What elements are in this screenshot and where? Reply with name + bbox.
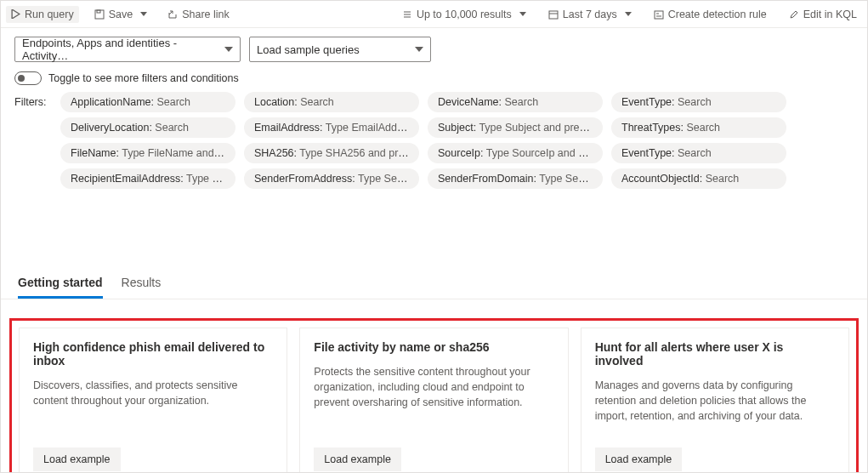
examples-region: High confidence phish email delivered to… — [9, 318, 859, 473]
filter-key: EmailAddress: — [254, 122, 326, 134]
filter-key: EventType: — [621, 147, 678, 159]
example-card-desc: Protects the sensitive content throughou… — [314, 364, 553, 410]
filter-pill[interactable]: SHA256: Type SHA256 and pres… — [244, 143, 419, 163]
filters-label: Filters: — [14, 96, 52, 108]
filter-value: Search — [155, 122, 189, 134]
query-scope-row: Endpoints, Apps and identities - Activit… — [1, 28, 867, 69]
share-link-button[interactable]: Share link — [162, 6, 235, 23]
filter-pill[interactable]: ThreatTypes: Search — [611, 117, 786, 138]
filter-key: ThreatTypes: — [621, 122, 686, 134]
list-icon — [402, 9, 412, 20]
filter-value: Search — [706, 173, 740, 185]
save-label: Save — [109, 9, 133, 20]
svg-rect-3 — [655, 11, 663, 19]
edit-kql-label: Edit in KQL — [803, 9, 857, 20]
svg-rect-2 — [549, 11, 558, 19]
save-button[interactable]: Save — [89, 6, 153, 23]
filter-key: EventType: — [621, 96, 678, 108]
filter-pill[interactable]: EmailAddress: Type EmailAddres… — [244, 117, 419, 138]
filter-pill[interactable]: AccountObjectId: Search — [611, 168, 786, 189]
filter-key: AccountObjectId: — [621, 173, 706, 185]
filter-pill[interactable]: SenderFromDomain: Type Sende… — [428, 168, 603, 189]
example-card-title: Hunt for all alerts where user X is invo… — [595, 340, 835, 368]
filter-value: Search — [505, 96, 539, 108]
load-example-button[interactable]: Load example — [33, 447, 121, 471]
time-range-button[interactable]: Last 7 days — [543, 6, 637, 23]
filter-pill[interactable]: ApplicationName: Search — [60, 92, 235, 112]
filter-value: Type Sende… — [539, 173, 603, 185]
filter-pill[interactable]: Subject: Type Subject and press … — [428, 117, 603, 138]
chevron-down-icon — [224, 47, 233, 52]
create-rule-label: Create detection rule — [668, 9, 767, 20]
results-limit-label: Up to 10,000 results — [417, 9, 512, 20]
filter-pill[interactable]: DeliveryLocation: Search — [60, 117, 235, 138]
filter-key: SHA256: — [254, 147, 299, 159]
load-example-button[interactable]: Load example — [595, 447, 683, 471]
filter-key: RecipientEmailAddress: — [71, 173, 186, 185]
filter-value: Type SourceIp and pre… — [486, 147, 603, 159]
play-icon — [11, 9, 20, 19]
filter-value: Type Rec… — [186, 173, 235, 185]
filter-key: DeliveryLocation: — [71, 122, 155, 134]
filter-value: Search — [156, 96, 190, 108]
filter-key: SenderFromAddress: — [254, 173, 358, 185]
filters-toggle-row: Toggle to see more filters and condition… — [1, 69, 867, 90]
create-detection-rule-button[interactable]: Create detection rule — [649, 6, 772, 23]
filter-pill[interactable]: DeviceName: Search — [428, 92, 603, 112]
run-query-label: Run query — [25, 9, 74, 20]
top-toolbar: Run query Save Share link Up to 10,000 r… — [1, 1, 867, 28]
filters-area: Filters:ApplicationName: SearchLocation:… — [1, 90, 867, 189]
example-card-desc: Discovers, classifies, and protects sens… — [33, 378, 273, 408]
filter-key: ApplicationName: — [71, 96, 156, 108]
scope-dropdown[interactable]: Endpoints, Apps and identities - Activit… — [14, 37, 241, 62]
filter-pill[interactable]: FileName: Type FileName and pr… — [60, 143, 235, 163]
filter-value: Type FileName and pr… — [122, 147, 235, 159]
time-range-label: Last 7 days — [563, 9, 617, 20]
filter-pill[interactable]: Location: Search — [244, 92, 419, 112]
save-icon — [94, 9, 105, 20]
edit-in-kql-button[interactable]: Edit in KQL — [784, 6, 862, 23]
share-link-label: Share link — [182, 9, 230, 20]
filter-key: DeviceName: — [438, 96, 505, 108]
filter-pill[interactable]: EventType: Search — [611, 92, 786, 112]
filter-value: Type Send… — [358, 173, 419, 185]
filter-value: Type SHA256 and pres… — [299, 147, 419, 159]
pencil-icon — [789, 9, 799, 20]
filter-value: Type Subject and press … — [479, 122, 603, 134]
filter-value: Search — [678, 147, 712, 159]
svg-rect-1 — [97, 10, 100, 13]
example-card-title: High confidence phish email delivered to… — [33, 340, 273, 368]
tab-getting-started[interactable]: Getting started — [18, 271, 103, 299]
result-tabs: Getting started Results — [1, 271, 867, 299]
filter-pill[interactable]: SenderFromAddress: Type Send… — [244, 168, 419, 189]
example-card-title: File activity by name or sha256 — [314, 340, 553, 354]
sample-queries-dropdown[interactable]: Load sample queries — [249, 37, 431, 62]
filter-pill[interactable]: EventType: Search — [611, 143, 786, 163]
filters-toggle-label: Toggle to see more filters and condition… — [48, 72, 239, 84]
example-card: High confidence phish email delivered to… — [19, 328, 287, 473]
load-example-button[interactable]: Load example — [314, 447, 401, 471]
filter-key: SourceIp: — [438, 147, 486, 159]
share-icon — [167, 9, 178, 20]
filter-key: FileName: — [71, 147, 122, 159]
filter-value: Search — [686, 122, 720, 134]
example-card: Hunt for all alerts where user X is invo… — [581, 328, 849, 473]
chevron-down-icon — [415, 47, 423, 52]
filter-key: Subject: — [438, 122, 479, 134]
results-limit-button[interactable]: Up to 10,000 results — [397, 6, 531, 23]
filters-toggle[interactable] — [14, 71, 42, 85]
filter-key: Location: — [254, 96, 300, 108]
filter-pill[interactable]: RecipientEmailAddress: Type Rec… — [60, 168, 235, 189]
example-card-desc: Manages and governs data by configuring … — [595, 378, 835, 424]
filter-pill[interactable]: SourceIp: Type SourceIp and pre… — [428, 143, 603, 163]
example-card: File activity by name or sha256Protects … — [299, 328, 568, 473]
sample-queries-label: Load sample queries — [257, 43, 360, 56]
rule-icon — [654, 9, 664, 20]
run-query-button[interactable]: Run query — [6, 6, 79, 23]
calendar-icon — [548, 9, 559, 20]
tab-results[interactable]: Results — [122, 271, 162, 299]
filter-key: SenderFromDomain: — [438, 173, 539, 185]
filter-value: Search — [300, 96, 334, 108]
filter-value: Search — [678, 96, 712, 108]
scope-selected-label: Endpoints, Apps and identities - Activit… — [22, 37, 224, 62]
